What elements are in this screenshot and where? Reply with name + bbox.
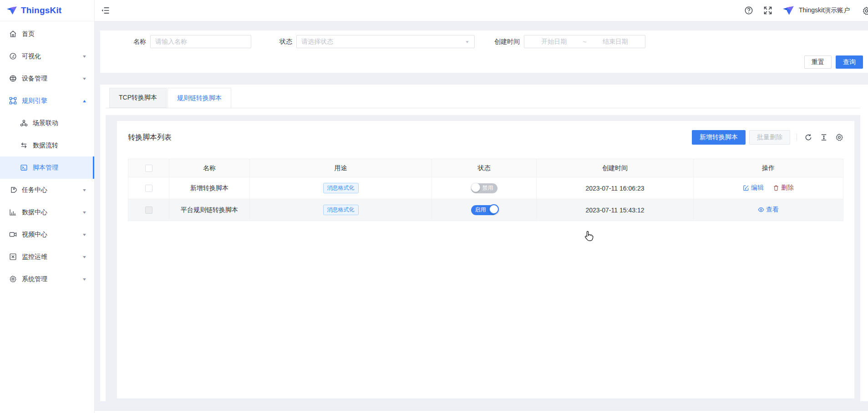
- cell-created: 2023-07-11 16:06:23: [537, 177, 694, 199]
- table-header-row: 名称 用途 状态 创建时间 操作: [128, 159, 843, 177]
- row-height-icon[interactable]: [820, 133, 828, 141]
- tab-rule-chain-script[interactable]: 规则链转换脚本: [168, 88, 231, 108]
- name-filter-input[interactable]: 请输入名称: [150, 35, 251, 48]
- delete-action-label: 删除: [781, 184, 794, 192]
- help-icon[interactable]: [744, 6, 753, 15]
- trash-icon: [773, 185, 779, 191]
- chevron-down-icon: ▼: [82, 76, 87, 81]
- col-usage: 用途: [250, 159, 432, 177]
- tab-content: 转换脚本列表 新增转换脚本 批量删除: [106, 115, 860, 401]
- thingskit-logo-icon: [6, 6, 17, 15]
- chevron-down-icon: ▼: [82, 255, 87, 259]
- device-icon: [9, 75, 17, 82]
- search-button[interactable]: 查询: [836, 55, 863, 69]
- topbar: Thingskit演示账户: [95, 0, 868, 21]
- sidebar-item-devices[interactable]: 设备管理 ▼: [0, 67, 94, 90]
- rule-engine-icon: [9, 97, 17, 105]
- toggle-knob: [471, 183, 480, 192]
- sidebar-item-system-management[interactable]: 系统管理 ▼: [0, 268, 94, 290]
- brand-name: ThingsKit: [21, 5, 61, 15]
- date-separator: ~: [581, 38, 588, 45]
- name-filter-placeholder: 请输入名称: [155, 38, 187, 46]
- usage-tag: 消息格式化: [323, 183, 359, 193]
- status-filter-select[interactable]: 请选择状态 ▼: [296, 35, 475, 48]
- status-filter-placeholder: 请选择状态: [301, 38, 333, 46]
- sidebar-item-scene-linkage[interactable]: 场景联动: [0, 112, 94, 134]
- edit-action[interactable]: 编辑: [743, 184, 764, 192]
- status-toggle-on[interactable]: 启用: [471, 205, 497, 215]
- sidebar-item-data-center[interactable]: 数据中心 ▼: [0, 201, 94, 223]
- col-name: 名称: [169, 159, 250, 177]
- sidebar-item-monitoring-ops[interactable]: 监控运维 ▼: [0, 246, 94, 268]
- sidebar-item-visualization[interactable]: 可视化 ▼: [0, 45, 94, 67]
- view-action-label: 查看: [766, 206, 779, 214]
- date-range-input[interactable]: 开始日期 ~ 结束日期: [524, 35, 645, 48]
- sidebar-item-label: 场景联动: [33, 119, 87, 127]
- tabs: TCP转换脚本 规则链转换脚本: [106, 88, 860, 108]
- reset-button[interactable]: 重置: [804, 55, 832, 69]
- sidebar-item-label: 设备管理: [22, 75, 82, 83]
- status-toggle-off[interactable]: 禁用: [471, 183, 497, 193]
- status-filter-label: 状态: [279, 38, 292, 46]
- scene-link-icon: [20, 119, 28, 127]
- date-end-placeholder: 结束日期: [589, 38, 642, 46]
- sidebar-item-script-management[interactable]: 脚本管理: [0, 156, 94, 179]
- cell-name: 平台规则链转换脚本: [169, 199, 250, 221]
- sidebar-item-task-center[interactable]: 任务中心 ▼: [0, 179, 94, 201]
- task-icon: [9, 186, 17, 194]
- tab-tcp-script[interactable]: TCP转换脚本: [109, 88, 167, 108]
- select-all-checkbox[interactable]: [145, 165, 152, 172]
- data-center-icon: [9, 208, 17, 216]
- sidebar-item-label: 系统管理: [22, 275, 82, 283]
- col-actions: 操作: [694, 159, 843, 177]
- chevron-down-icon: ▼: [82, 232, 87, 237]
- sidebar-item-rule-engine[interactable]: 规则引擎 ▲: [0, 90, 94, 112]
- sidebar-item-video-center[interactable]: 视频中心 ▼: [0, 223, 94, 246]
- footer-strip: [95, 410, 868, 413]
- script-list-card: 转换脚本列表 新增转换脚本 批量删除: [117, 121, 854, 398]
- sidebar-menu: 首页 可视化 ▼ 设备管理 ▼ 规则引擎 ▲ 场景联动: [0, 21, 94, 290]
- date-start-placeholder: 开始日期: [527, 38, 581, 46]
- list-title: 转换脚本列表: [128, 133, 172, 142]
- menu-fold-icon[interactable]: [101, 6, 110, 15]
- toggle-knob: [489, 204, 499, 214]
- toggle-label: 禁用: [482, 184, 493, 192]
- sidebar-item-label: 脚本管理: [33, 164, 87, 172]
- table-row: 平台规则链转换脚本 消息格式化 启用 2023-07-11 15:43:12: [128, 199, 843, 221]
- name-filter-label: 名称: [133, 38, 146, 46]
- brand[interactable]: ThingsKit: [0, 0, 94, 21]
- edit-icon: [743, 185, 749, 191]
- view-action[interactable]: 查看: [758, 206, 779, 214]
- chevron-down-icon: ▼: [82, 188, 87, 192]
- toolbar-divider: [797, 134, 797, 141]
- sidebar: ThingsKit 首页 可视化 ▼ 设备管理 ▼ 规则引擎 ▲: [0, 0, 95, 413]
- row-checkbox[interactable]: [145, 206, 152, 214]
- usage-tag: 消息格式化: [323, 205, 359, 215]
- row-checkbox[interactable]: [145, 185, 152, 192]
- chevron-up-icon: ▲: [82, 99, 87, 103]
- created-time-filter-label: 创建时间: [494, 38, 520, 46]
- gauge-icon: [9, 52, 17, 60]
- sidebar-item-label: 数据中心: [22, 208, 82, 217]
- refresh-icon[interactable]: [804, 133, 812, 141]
- settings-icon[interactable]: [862, 6, 868, 15]
- page-content: 名称 请输入名称 状态 请选择状态 ▼ 创建时间 开始日期 ~ 结束日期: [95, 21, 868, 413]
- scripts-panel: TCP转换脚本 规则链转换脚本 转换脚本列表 新增转换脚本 批量删除: [100, 85, 868, 401]
- monitor-icon: [9, 253, 17, 261]
- add-script-button[interactable]: 新增转换脚本: [692, 130, 746, 145]
- delete-action[interactable]: 删除: [773, 184, 794, 192]
- sidebar-item-data-flow[interactable]: 数据流转: [0, 134, 94, 156]
- chevron-down-icon: ▼: [82, 277, 87, 282]
- column-settings-icon[interactable]: [835, 133, 843, 141]
- sidebar-item-label: 规则引擎: [22, 97, 82, 105]
- col-created: 创建时间: [537, 159, 694, 177]
- sidebar-item-label: 监控运维: [22, 253, 82, 261]
- fullscreen-icon[interactable]: [763, 6, 772, 15]
- sidebar-item-label: 视频中心: [22, 231, 82, 239]
- bulk-delete-button[interactable]: 批量删除: [749, 130, 790, 145]
- eye-icon: [758, 206, 764, 213]
- account-menu[interactable]: Thingskit演示账户: [782, 5, 850, 15]
- toggle-label: 启用: [475, 206, 486, 214]
- sidebar-item-home[interactable]: 首页: [0, 23, 94, 45]
- sidebar-item-label: 首页: [22, 30, 87, 38]
